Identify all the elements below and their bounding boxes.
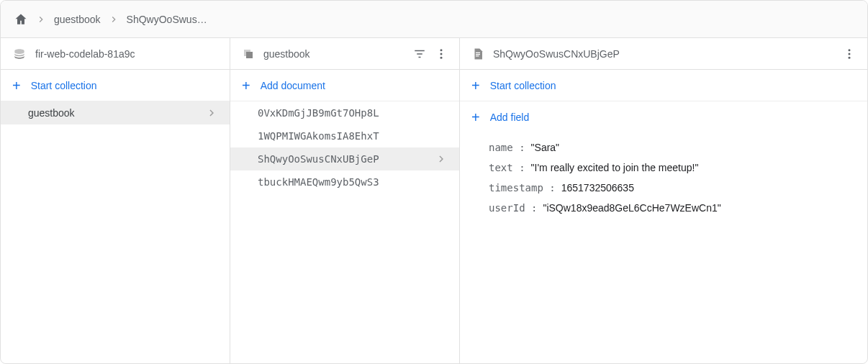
document-icon (471, 47, 484, 60)
field-value: "Sara" (531, 142, 560, 153)
start-collection-button[interactable]: + Start collection (1, 70, 230, 101)
add-field-label: Add field (490, 112, 529, 123)
collection-item-label: guestbook (28, 107, 75, 119)
root-column: fir-web-codelab-81a9c + Start collection… (1, 38, 230, 363)
document-item-label: 0VxKDmGjJB9mGt7OHp8L (258, 107, 379, 119)
document-item[interactable]: tbuckHMAEQwm9yb5QwS3 (230, 170, 459, 194)
chevron-right-icon (108, 14, 119, 25)
document-item[interactable]: ShQwyOoSwusCNxUBjGeP (230, 147, 459, 170)
document-item-label: ShQwyOoSwusCNxUBjGeP (258, 153, 379, 165)
plus-icon: + (242, 78, 250, 93)
field-row[interactable]: userId : "iSQw18x9ead8GeL6CcHe7WzEwCn1" (460, 198, 867, 218)
chevron-right-icon (35, 14, 47, 25)
breadcrumb-crumb-document[interactable]: ShQwyOoSwus… (127, 14, 207, 25)
document-item[interactable]: 1WQPMIWGAkomsIA8EhxT (230, 124, 459, 147)
firestore-data-viewer: guestbook ShQwyOoSwus… fir-web-codelab-8… (0, 0, 868, 364)
start-subcollection-button[interactable]: + Start collection (460, 70, 867, 101)
collection-icon (242, 47, 255, 60)
chevron-right-icon (205, 106, 218, 119)
add-document-label: Add document (261, 80, 325, 91)
svg-point-4 (849, 53, 851, 55)
svg-point-2 (440, 56, 443, 58)
fields-list: name : "Sara" text : "I'm really excited… (460, 133, 867, 222)
field-key: text : (489, 162, 525, 173)
svg-point-5 (849, 56, 851, 58)
breadcrumb-crumb-collection[interactable]: guestbook (54, 14, 101, 25)
document-item-label: tbuckHMAEQwm9yb5QwS3 (258, 176, 379, 188)
breadcrumb: guestbook ShQwyOoSwus… (1, 1, 867, 38)
plus-icon: + (471, 78, 480, 93)
add-document-button[interactable]: + Add document (230, 70, 459, 101)
chevron-right-icon (435, 153, 448, 165)
collection-title: guestbook (263, 48, 404, 60)
svg-point-0 (440, 49, 443, 51)
field-key: name : (489, 142, 525, 153)
field-key: timestamp : (489, 182, 556, 194)
field-row[interactable]: text : "I'm really excited to join the m… (460, 158, 867, 178)
field-key: userId : (489, 202, 537, 214)
collection-item[interactable]: guestbook (1, 101, 230, 124)
document-item-label: 1WQPMIWGAkomsIA8EhxT (258, 130, 379, 142)
collection-column: guestbook + Add document 0VxKDmGjJB9mGt7… (230, 38, 460, 363)
plus-icon: + (471, 110, 480, 124)
documents-list: 0VxKDmGjJB9mGt7OHp8L 1WQPMIWGAkomsIA8Ehx… (230, 101, 459, 363)
root-column-header: fir-web-codelab-81a9c (1, 38, 230, 70)
root-title: fir-web-codelab-81a9c (35, 48, 218, 60)
field-value: "I'm really excited to join the meetup!" (531, 162, 699, 173)
document-column: ShQwyOoSwusCNxUBjGeP + Start collection … (460, 38, 867, 363)
column-layout: fir-web-codelab-81a9c + Start collection… (1, 38, 867, 363)
collection-column-header: guestbook (230, 38, 459, 70)
svg-point-1 (440, 53, 443, 55)
start-collection-label: Start collection (31, 80, 97, 91)
svg-point-3 (849, 49, 851, 51)
field-row[interactable]: timestamp : 1651732506635 (460, 178, 867, 198)
document-item[interactable]: 0VxKDmGjJB9mGt7OHp8L (230, 101, 459, 124)
filter-icon[interactable] (413, 47, 426, 60)
start-subcollection-label: Start collection (490, 80, 556, 91)
field-value: 1651732506635 (561, 182, 634, 194)
database-icon (12, 47, 27, 61)
home-icon[interactable] (14, 12, 28, 27)
plus-icon: + (12, 78, 21, 93)
document-column-header: ShQwyOoSwusCNxUBjGeP (460, 38, 867, 70)
more-vert-icon[interactable] (843, 47, 856, 60)
more-vert-icon[interactable] (435, 47, 448, 60)
field-value: "iSQw18x9ead8GeL6CcHe7WzEwCn1" (543, 202, 720, 214)
field-row[interactable]: name : "Sara" (460, 137, 867, 158)
document-title: ShQwyOoSwusCNxUBjGeP (493, 48, 834, 60)
add-field-button[interactable]: + Add field (460, 101, 867, 133)
collections-list: guestbook (1, 101, 230, 363)
